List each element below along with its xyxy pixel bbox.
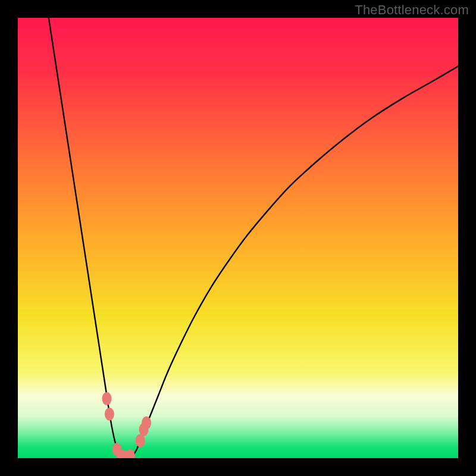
- data-marker: [105, 408, 114, 421]
- plot-area: [18, 18, 458, 458]
- data-marker: [142, 416, 151, 430]
- watermark-text: TheBottleneck.com: [355, 2, 469, 18]
- chart-frame: TheBottleneck.com: [0, 0, 476, 476]
- data-marker: [126, 449, 135, 458]
- data-marker: [102, 392, 111, 405]
- bottleneck-curve: [49, 18, 458, 458]
- curve-layer: [18, 18, 458, 458]
- data-markers: [102, 392, 151, 458]
